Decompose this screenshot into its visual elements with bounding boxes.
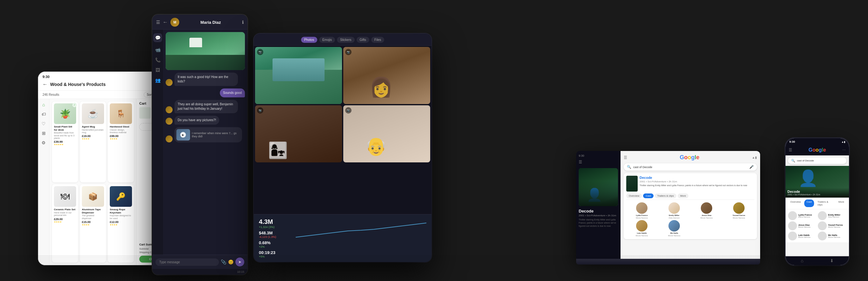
cast-avatar [669,220,680,231]
back-icon[interactable]: ← [163,19,168,25]
stat-secondary-1: $48.3M [259,230,290,235]
product-card[interactable]: 🪴 ✓ Small Plant Sill for desk Beautiful … [52,101,78,182]
product-stars: ★★★★ [110,138,132,140]
menu-icon[interactable]: ☰ [624,155,627,160]
group-icon[interactable]: 👥 [155,78,160,83]
back-icon[interactable]: ← [42,82,48,87]
google-header: ☰ Google ▲▮ [624,154,757,161]
cast-avatar [788,211,797,220]
cast-item: Me Haifa Movie Nanova [659,220,690,237]
phone-icon[interactable]: 📞 [155,57,160,62]
cast-name: Yousef Farros [828,224,846,226]
cast-role: Movie Nanova [828,236,846,238]
product-card[interactable]: 🍽 Ceramic Plate Set Hand made in our per… [52,184,78,262]
product-badge: ✓ [72,103,77,107]
message-avatar [165,79,173,86]
photo-badge: 📷 [257,49,263,55]
overview-tab[interactable]: Overview [626,193,642,198]
product-card[interactable]: 🪑 Hardwood Stool Classic design, timeles… [108,101,134,182]
emojis-tab[interactable]: Emojis [319,37,335,43]
photo-cell[interactable]: 📷 👩‍👧 [255,105,342,162]
product-desc: Handcrafted porcelain mug [82,129,104,134]
cast-item: Late Habib Movie Nanova [788,231,816,241]
card-poster [626,176,638,192]
settings-icon[interactable]: ⚙ [41,140,46,145]
signal-icon: ▲▮ [752,156,757,159]
tag-icon[interactable]: 🏷 [41,112,46,117]
chat-input-bar: Type message 📎 😊 ➤ [152,255,247,269]
product-price: £19.00 [82,134,104,138]
movie-title: Decode [579,209,618,214]
message-input[interactable]: Type message [155,258,219,266]
product-card[interactable]: 📦 Aluminum Tape Dispenser The greatest d… [80,184,106,262]
shop-time: 9:30 [42,75,50,79]
cast-avatar [636,220,648,231]
chat-body: 💬 📹 📞 🖼 👥 [152,30,247,255]
tablet-photos: Photos Emojis Stickers Gifts Files 📷 📷 [254,34,431,262]
video-icon[interactable]: 📹 [155,47,160,52]
card-desc: Thriller starring Emily Miller and Lydia… [640,184,754,187]
chat-message-other: It was such a good trip! How are the kid… [165,73,245,86]
heart-icon[interactable]: ♡ [41,121,46,126]
photos-tab[interactable]: Photos [301,37,317,43]
cast-role: Movie Nanova [636,235,648,237]
product-card[interactable]: ☕ Agent Mug Handcrafted porcelain mug £1… [80,101,106,182]
download-icon[interactable]: ⬇ [830,258,834,263]
product-stars: ★★★★ [82,224,104,226]
video-caption: I remember when mine were 7... gs they d… [192,132,240,138]
product-name: Small Plant Sill for desk [54,125,76,131]
phone-cast-section: Lydia Franco Maria Nanova Emily Miller A… [785,209,849,242]
video-bubble: ▶ I remember when mine were 7... gs they… [175,127,242,143]
image-icon[interactable]: 🖼 [155,67,160,73]
card-title: Decode [640,176,754,180]
product-image: 🔑 [110,186,132,207]
trailers-tab[interactable]: Trailers & clips [655,193,676,198]
info-icon[interactable]: ℹ [242,20,244,25]
shop-title: Wood & House's Products [50,82,154,87]
cast-avatar [733,202,745,214]
send-button[interactable]: ➤ [236,257,244,267]
more-icon[interactable]: ⋯ [842,148,846,152]
chat-message-other: They are all doing super well, Benjamin … [165,100,245,113]
menu-icon[interactable]: ☰ [789,148,792,152]
cast-tab[interactable]: Cast [804,199,814,207]
photo-cell[interactable]: 📷 [255,47,342,104]
cast-tab[interactable]: Cast [643,193,653,198]
product-stars: ★★★★ [54,221,76,223]
photo-cell[interactable]: 📷 👩 [343,47,430,104]
phone-google: 9:30 ▲▮ ☰ Google ⋯ 🔍 cast of Decode [785,138,849,265]
trailers-tab[interactable]: Trailers & clips [815,199,835,207]
cast-role: Movie Nanova [798,226,816,228]
phone-search-bar[interactable]: 🔍 cast of Decode [788,157,846,164]
files-tab[interactable]: Files [371,37,384,43]
emoji-icon[interactable]: 😊 [228,259,234,264]
gifts-tab[interactable]: Gifts [356,37,370,43]
product-card[interactable]: 🔑 Smaug Rope Keychain Keychain designed … [108,184,134,262]
photo-cell[interactable]: 📷 👴 [343,105,430,162]
menu-icon[interactable]: ☰ [579,160,618,164]
cast-item: Lydia Franco Maria Nanova [788,211,816,220]
message-bubble: Sounds good [220,89,245,97]
phone-movie-tabs: Overview Cast Trailers & clips More [785,197,849,209]
chat-icon[interactable]: 💬 [153,33,162,42]
more-tab[interactable]: More [678,193,688,198]
stickers-tab[interactable]: Stickers [337,37,355,43]
search-bar[interactable]: 🔍 cast of Decode 🎤 [624,163,757,170]
product-desc: Keychain designed to be used [110,214,132,220]
home-icon[interactable]: ⌂ [801,258,803,263]
attachment-icon[interactable]: 📎 [221,259,226,264]
product-name: Agent Mug [82,125,104,128]
tablet-chat: ☰ ← M Maria Diaz ℹ 💬 📹 📞 🖼 👥 [152,14,247,275]
grid-icon[interactable]: ⊞ [42,131,46,136]
mic-icon[interactable]: 🎤 [749,165,754,169]
product-price: £99.00 [110,134,132,138]
cast-item: Yousef Farros Movie Nanova [723,202,754,219]
home-icon[interactable]: ⌂ [42,102,45,107]
menu-icon[interactable]: ☰ [156,20,160,25]
more-tab[interactable]: More [836,199,846,207]
movie-panel: 9:30 ☰ 👤 Decode 2001 • Sci-Fi/Adventure … [576,151,621,259]
movie-desc: Thriller starring Emily Miller and Lydia… [579,218,618,227]
play-icon[interactable]: ▶ [180,132,186,138]
stats-chart [296,218,426,244]
overview-tab[interactable]: Overview [788,199,803,207]
